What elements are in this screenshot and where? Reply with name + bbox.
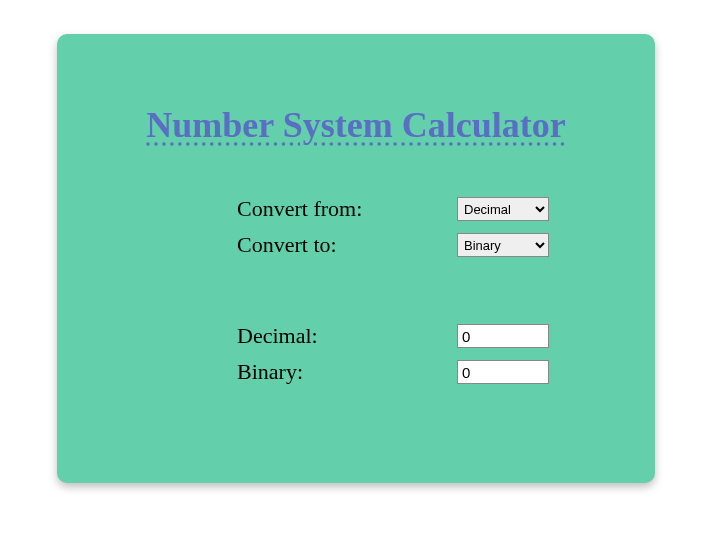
form-area: Convert from: Decimal Convert to: Binary… bbox=[97, 196, 615, 385]
input-from-row: Decimal: bbox=[237, 323, 615, 349]
page-title: Number System Calculator bbox=[97, 104, 615, 146]
convert-to-select[interactable]: Binary bbox=[457, 233, 549, 257]
convert-from-row: Convert from: Decimal bbox=[237, 196, 615, 222]
convert-to-row: Convert to: Binary bbox=[237, 232, 615, 258]
input-from-label: Decimal: bbox=[237, 323, 457, 349]
input-to-field[interactable] bbox=[457, 360, 549, 384]
input-to-label: Binary: bbox=[237, 359, 457, 385]
calculator-card: Number System Calculator Convert from: D… bbox=[57, 34, 655, 483]
input-to-row: Binary: bbox=[237, 359, 615, 385]
input-from-field[interactable] bbox=[457, 324, 549, 348]
convert-from-label: Convert from: bbox=[237, 196, 457, 222]
convert-from-select[interactable]: Decimal bbox=[457, 197, 549, 221]
convert-to-label: Convert to: bbox=[237, 232, 457, 258]
